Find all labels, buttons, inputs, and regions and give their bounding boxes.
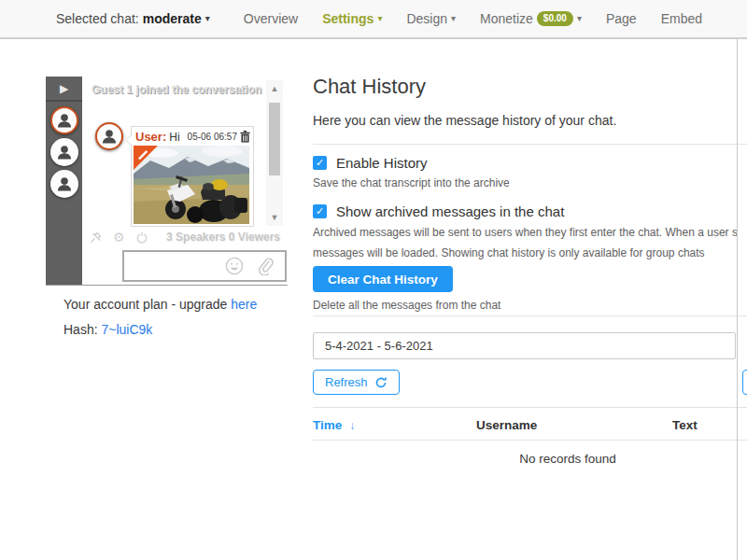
account-plan-line: Your account plan - upgrade here	[63, 297, 257, 312]
message-username: User:	[135, 130, 166, 144]
selected-chat-label: Selected chat:	[56, 11, 139, 26]
monetize-balance-badge: $0.00	[537, 11, 573, 26]
message-author-avatar[interactable]	[95, 122, 123, 150]
system-message: Guest 1 joined the conversation	[92, 83, 261, 96]
nav-item-embed[interactable]: Embed	[661, 11, 702, 26]
nav-menu: Overview Settings ▾ Design ▾ Monetize $0…	[244, 11, 726, 26]
play-button[interactable]: ▶	[46, 77, 82, 102]
message-text: Hi	[169, 131, 179, 144]
chat-scrollbar[interactable]: ▲ ▼	[266, 80, 283, 226]
chat-preview-widget: ▶	[46, 77, 288, 286]
page-title: Chat History	[313, 75, 426, 99]
message-timestamp: 05-06 06:57	[188, 132, 237, 142]
emoji-icon[interactable]	[225, 257, 244, 275]
user-avatar[interactable]	[50, 170, 78, 198]
scroll-up-icon[interactable]: ▲	[266, 82, 283, 95]
user-avatar[interactable]	[50, 138, 78, 166]
clear-chat-history-button[interactable]: Clear Chat History	[313, 266, 453, 292]
section-divider	[313, 144, 747, 145]
message-photo-motorcycle[interactable]	[134, 146, 249, 224]
caret-down-icon: ▾	[205, 14, 210, 23]
chat-message-bubble: User: Hi 05-06 06:57	[131, 126, 254, 227]
caret-down-icon: ▾	[577, 14, 582, 23]
refresh-icon	[374, 376, 388, 389]
power-icon[interactable]	[136, 231, 148, 244]
selected-chat-dropdown[interactable]: Selected chat: moderate ▾	[56, 11, 210, 26]
content-scrollbar-track[interactable]	[737, 39, 747, 560]
nav-item-monetize[interactable]: Monetize $0.00 ▾	[480, 11, 582, 26]
nav-item-settings[interactable]: Settings ▾	[322, 11, 382, 26]
viewers-count: 0 Viewers	[229, 231, 280, 244]
nav-item-overview[interactable]: Overview	[244, 11, 298, 26]
clear-history-description: Delete all the messages from the chat	[313, 299, 500, 312]
nav-item-page[interactable]: Page	[606, 11, 637, 26]
scroll-down-icon[interactable]: ▼	[266, 211, 283, 224]
refresh-button[interactable]: Refresh	[313, 370, 400, 395]
enable-history-checkbox-row[interactable]: ✓ Enable History	[313, 155, 428, 171]
table-header-time[interactable]: Time ↓	[313, 418, 355, 432]
table-empty-message: No records found	[313, 452, 747, 466]
pin-icon[interactable]	[90, 231, 102, 244]
chat-widget-sidebar: ▶	[46, 77, 82, 285]
play-icon: ▶	[60, 82, 68, 95]
section-divider	[313, 315, 747, 316]
chat-toolbar: ⚙ 3 Speakers 0 Viewers	[90, 229, 280, 245]
table-header-divider	[313, 440, 747, 441]
show-archived-label: Show archived messages in the chat	[336, 203, 564, 219]
person-icon	[55, 175, 74, 193]
person-icon	[55, 143, 74, 161]
paperclip-icon[interactable]	[257, 257, 274, 275]
date-range-input[interactable]	[313, 332, 736, 359]
show-archived-description: Archived messages will be sent to users …	[313, 222, 737, 263]
caret-down-icon: ▾	[377, 14, 382, 23]
person-icon	[100, 127, 119, 146]
chat-message-input[interactable]	[122, 250, 287, 282]
caret-down-icon: ▾	[451, 14, 456, 23]
table-header-text: Text	[672, 418, 698, 432]
person-icon	[55, 111, 74, 130]
checkbox-checked-icon[interactable]: ✓	[313, 156, 327, 170]
checkbox-checked-icon[interactable]: ✓	[313, 204, 327, 218]
chat-message-area: Guest 1 joined the conversation User: Hi…	[82, 77, 288, 285]
user-avatar[interactable]	[50, 106, 78, 134]
page: Selected chat: moderate ▾ Overview Setti…	[0, 0, 747, 560]
enable-history-label: Enable History	[336, 155, 428, 171]
enable-history-description: Save the chat transcript into the archiv…	[313, 176, 510, 189]
nav-item-design[interactable]: Design ▾	[406, 11, 456, 26]
sort-desc-icon: ↓	[349, 419, 355, 432]
chat-stats: 3 Speakers 0 Viewers	[166, 231, 280, 244]
message-header: User: Hi 05-06 06:57	[134, 129, 251, 146]
hash-line: Hash: 7~luiC9k	[63, 322, 152, 337]
table-top-divider	[313, 407, 747, 408]
selected-chat-value: moderate	[143, 11, 202, 26]
hash-value-link[interactable]: 7~luiC9k	[101, 322, 152, 337]
trash-icon[interactable]	[240, 131, 250, 143]
speakers-count: 3 Speakers	[166, 231, 225, 244]
page-subtitle: Here you can view the message history of…	[313, 113, 616, 128]
table-header-username: Username	[476, 418, 537, 432]
show-archived-checkbox-row[interactable]: ✓ Show archived messages in the chat	[313, 203, 564, 219]
gear-icon[interactable]: ⚙	[113, 231, 125, 244]
scrollbar-thumb[interactable]	[269, 103, 280, 175]
upgrade-link[interactable]: here	[231, 297, 257, 312]
top-navbar: Selected chat: moderate ▾ Overview Setti…	[0, 0, 747, 39]
online-users-list	[50, 102, 78, 198]
